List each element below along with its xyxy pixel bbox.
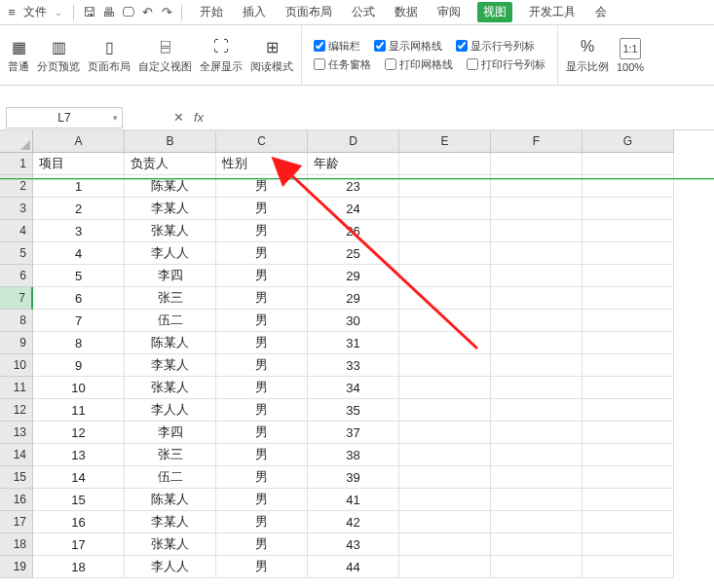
row-header-1[interactable]: 1	[0, 153, 33, 175]
cell[interactable]: 44	[308, 556, 399, 578]
cell[interactable]	[491, 242, 582, 265]
tab-视图[interactable]: 视图	[477, 2, 512, 22]
redo-icon[interactable]: ↷	[159, 5, 174, 20]
cell[interactable]: 张三	[125, 444, 216, 466]
save-icon[interactable]: 🖫	[81, 5, 96, 20]
cell[interactable]	[491, 422, 582, 444]
cell[interactable]	[491, 399, 582, 422]
chk-print-gridlines[interactable]: 打印网格线	[385, 57, 453, 72]
cell[interactable]: 8	[33, 332, 125, 354]
row-header-15[interactable]: 15	[0, 466, 33, 489]
cell[interactable]	[491, 511, 582, 533]
cell[interactable]	[399, 220, 491, 242]
col-header-B[interactable]: B	[125, 130, 216, 153]
cell[interactable]: 李人人	[125, 399, 216, 422]
cell[interactable]: 男	[216, 466, 308, 489]
cell[interactable]	[491, 556, 582, 578]
cell[interactable]: 26	[308, 220, 399, 242]
cell[interactable]: 10	[33, 377, 125, 399]
cell[interactable]	[399, 422, 491, 444]
chk-task-pane[interactable]: 任务窗格	[314, 57, 371, 72]
cell[interactable]	[399, 287, 491, 310]
cell[interactable]: 男	[216, 175, 308, 198]
cell[interactable]: 30	[308, 310, 399, 332]
cell[interactable]	[491, 444, 582, 466]
normal-view[interactable]: ▦ 普通	[8, 36, 29, 74]
cell[interactable]: 7	[33, 310, 125, 332]
cell[interactable]: 13	[33, 444, 125, 466]
select-all-corner[interactable]	[0, 130, 33, 153]
cell[interactable]: 34	[308, 377, 399, 399]
cell[interactable]: 29	[308, 287, 399, 310]
cell[interactable]	[399, 265, 491, 287]
cell[interactable]: 男	[216, 220, 308, 242]
chk-edit-bar[interactable]: 编辑栏	[314, 39, 360, 54]
cell[interactable]	[491, 354, 582, 377]
cell[interactable]: 9	[33, 354, 125, 377]
col-header-F[interactable]: F	[491, 130, 582, 153]
row-header-6[interactable]: 6	[0, 265, 33, 287]
reading-mode[interactable]: ⊞ 阅读模式	[250, 36, 293, 74]
cell[interactable]	[491, 310, 582, 332]
file-menu[interactable]: 文件	[23, 4, 47, 20]
chk-print-rowcol[interactable]: 打印行号列标	[467, 57, 545, 72]
cell[interactable]: 陈某人	[125, 489, 216, 511]
cell[interactable]: 男	[216, 265, 308, 287]
row-header-13[interactable]: 13	[0, 422, 33, 444]
spreadsheet-grid[interactable]: ABCDEFG1项目负责人性别年龄21陈某人男2332李某人男2443张某人男2…	[0, 130, 714, 578]
cell[interactable]: 张三	[125, 287, 216, 310]
zoom-button[interactable]: % 显示比例	[566, 36, 609, 74]
cell[interactable]: 男	[216, 444, 308, 466]
row-header-10[interactable]: 10	[0, 354, 33, 377]
hamburger-icon[interactable]: ≡	[4, 5, 19, 20]
cell[interactable]: 项目	[33, 153, 125, 175]
cell[interactable]: 6	[33, 287, 125, 310]
col-header-C[interactable]: C	[216, 130, 308, 153]
cell[interactable]	[582, 354, 674, 377]
cell[interactable]	[582, 399, 674, 422]
cell[interactable]	[491, 198, 582, 220]
cell[interactable]: 男	[216, 332, 308, 354]
cell[interactable]: 11	[33, 399, 125, 422]
cell[interactable]: 陈某人	[125, 175, 216, 198]
cell[interactable]: 25	[308, 242, 399, 265]
row-header-8[interactable]: 8	[0, 310, 33, 332]
cell[interactable]	[491, 287, 582, 310]
row-header-2[interactable]: 2	[0, 175, 33, 198]
cell[interactable]: 1	[33, 175, 125, 198]
cell[interactable]	[582, 153, 674, 175]
cell[interactable]	[399, 175, 491, 198]
cell[interactable]: 李某人	[125, 198, 216, 220]
cell[interactable]: 29	[308, 265, 399, 287]
cell[interactable]: 男	[216, 489, 308, 511]
cell[interactable]	[399, 399, 491, 422]
cell[interactable]: 性别	[216, 153, 308, 175]
chk-show-rowcol[interactable]: 显示行号列标	[456, 39, 535, 54]
cell[interactable]: 男	[216, 242, 308, 265]
row-header-17[interactable]: 17	[0, 511, 33, 533]
cell[interactable]	[399, 511, 491, 533]
row-header-11[interactable]: 11	[0, 377, 33, 399]
row-header-4[interactable]: 4	[0, 220, 33, 242]
cell[interactable]: 3	[33, 220, 125, 242]
cell[interactable]	[399, 444, 491, 466]
cell[interactable]: 42	[308, 511, 399, 533]
cell[interactable]: 陈某人	[125, 332, 216, 354]
cell[interactable]	[582, 310, 674, 332]
cell[interactable]	[582, 466, 674, 489]
cell[interactable]	[582, 242, 674, 265]
row-header-18[interactable]: 18	[0, 533, 33, 556]
cell[interactable]: 39	[308, 466, 399, 489]
page-layout-view[interactable]: ▯ 页面布局	[88, 36, 131, 74]
tab-插入[interactable]: 插入	[240, 2, 269, 22]
cell[interactable]	[582, 287, 674, 310]
cell[interactable]: 年龄	[308, 153, 399, 175]
cell[interactable]: 张某人	[125, 377, 216, 399]
cell[interactable]	[582, 198, 674, 220]
cell[interactable]: 24	[308, 198, 399, 220]
cell[interactable]	[399, 533, 491, 556]
cell[interactable]: 伍二	[125, 310, 216, 332]
cell[interactable]: 33	[308, 354, 399, 377]
cell[interactable]	[399, 153, 491, 175]
cell[interactable]	[582, 377, 674, 399]
